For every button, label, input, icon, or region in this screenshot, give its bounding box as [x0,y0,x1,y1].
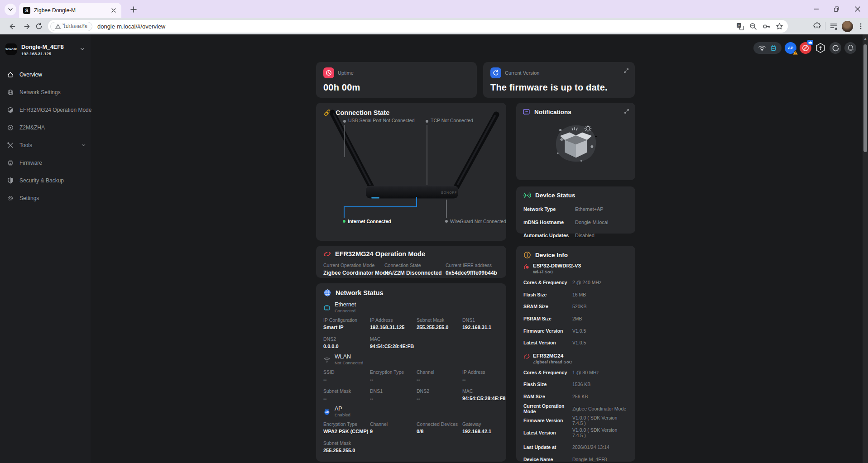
profile-avatar[interactable] [842,21,853,32]
net-field: Subnet Mask255.255.255.0 [417,317,462,330]
connection-state-card: Connection State SONOFF [316,103,506,241]
sidebar-item-z2m-zha[interactable]: Z2M&ZHA [0,119,91,136]
notifications-expand-button[interactable] [623,108,630,115]
sidebar-item-security-backup[interactable]: Security & Backup [0,172,91,189]
info-row: Latest VersionV1.0.0 ( SDK Version 7.4.5… [523,427,628,439]
security-chip[interactable]: ไม่ปลอดภัย [50,22,92,31]
device-selector[interactable]: SONOFF Dongle-M_4EF8 192.168.31.125 [5,43,87,63]
window-close-button[interactable] [851,4,864,14]
internet-status-label: Internet Connected [348,219,391,224]
restore-icon [834,6,839,12]
router-mini-badge [807,40,813,45]
info-row: Cores & Frequency2 @ 240 MHz [523,277,628,289]
connectivity-status-pill[interactable] [753,42,782,54]
row-label: Automatic Updates [523,233,575,238]
browser-menu-kebab-icon[interactable] [857,23,864,30]
access-point-icon: AP [323,408,331,415]
net-field: IP Address192.168.31.125 [370,317,417,330]
zoom-out-icon[interactable] [749,23,757,30]
sidebar-item-label: Overview [19,72,42,78]
chip-name: EFR32MG24 [533,353,572,358]
forward-button[interactable] [20,21,31,32]
info-row: Firmware VersionV1.0.0 ( SDK Version 7.4… [523,415,628,427]
prohibition-icon [802,44,809,52]
version-refresh-icon [490,67,501,78]
ap-status: Enabled [335,412,350,417]
info-row: Cores & Frequency1 @ 80 MHz [523,367,628,379]
field-label: Current IEEE address [446,263,499,268]
gear-icon [7,195,14,202]
internet-connector-line [344,197,417,218]
bookmark-star-icon[interactable] [776,23,783,30]
sidebar-item-overview[interactable]: Overview [0,66,91,83]
mode-half-circle-icon [7,106,14,114]
net-field: Encryption Type-- [370,369,417,382]
version-value: The firmware is up to date. [490,82,628,93]
info-row: Flash Size16 MB [523,289,628,301]
address-bar[interactable]: ไม่ปลอดภัย dongle-m.local/#/overview A [48,20,788,33]
chip-type: Zigbee/Thread SoC [533,359,572,364]
password-key-icon[interactable] [762,23,770,30]
blocked-service-badge[interactable] [800,42,811,54]
window-restore-button[interactable] [830,4,843,14]
info-row: RAM Size256 KB [523,391,628,403]
row-value: Ethernet+AP [575,206,604,212]
info-row: Last Update at2026/01/24 13:14 [523,441,628,453]
uptime-label: Uptime [338,70,354,76]
app-topbar: AP [753,42,856,54]
extensions-puzzle-icon[interactable] [813,22,821,30]
net-field: DNS2-- [417,388,462,401]
notifications-bell-button[interactable] [844,42,856,54]
target-icon [7,124,14,131]
expand-icon [623,108,630,115]
row-label: mDNS Hostname [523,220,575,225]
dongle-device-icon [770,44,777,52]
version-label: Current Version [505,70,539,76]
tools-icon [7,142,14,149]
scrollbar-thumb[interactable] [863,44,867,152]
notifications-card: Notifications [516,103,635,180]
browser-tab[interactable]: S Zigbee Dongle-M [19,3,121,18]
soc-chip-icon [523,263,530,270]
tab-search-button[interactable] [5,4,16,15]
loading-arc-icon [832,45,839,52]
net-field: DNS20.0.0.0 [323,336,370,349]
wlan-section-header: WLAN Not Connected [323,354,499,365]
sidebar-item-label: Security & Backup [19,177,64,184]
zigbee-chip-icon [323,251,331,257]
sidebar-item-settings[interactable]: Settings [0,189,91,207]
info-row: Flash Size1536 KB [523,378,628,391]
page-scrollbar[interactable]: ▲ [863,34,868,463]
ap-mode-badge[interactable]: AP [785,42,796,54]
row-value: Dongle-M.local [575,220,608,225]
home-icon [7,71,14,78]
sidebar-item-firmware[interactable]: Firmware [0,154,91,172]
empty-box-illustration [547,119,605,168]
chip-icon [7,159,14,167]
globe-gear-icon [7,89,14,96]
network-status-title: Network Status [336,289,384,296]
reading-list-icon[interactable] [830,22,838,30]
update-spinner-button[interactable] [830,42,841,54]
window-minimize-button[interactable] [810,4,823,14]
sidebar-item-tools[interactable]: Tools [0,136,91,154]
tab-close-icon[interactable] [110,7,117,14]
back-button[interactable] [7,21,18,32]
version-expand-button[interactable] [623,67,629,74]
translate-icon[interactable]: A [736,23,744,30]
zigbee-network-button[interactable] [815,42,826,54]
uptime-clock-icon [323,67,334,78]
reload-button[interactable] [34,21,44,32]
operation-mode-title: EFR32MG24 Operation Mode [335,250,425,258]
chevron-down-icon[interactable] [80,46,85,52]
router-led [371,197,379,199]
ethernet-section-header: Ethernet Connected [323,302,499,313]
info-row: Current Operation ModeZigbee Coordinator… [523,402,628,415]
scrollbar-up-arrow[interactable]: ▲ [863,35,868,42]
new-tab-button[interactable] [128,4,139,15]
sidebar-item-efr32mg24-operation-mode[interactable]: EFR32MG24 Operation Mode [0,101,91,119]
net-field: Subnet Mask-- [323,388,370,401]
sidebar-item-network-settings[interactable]: Network Settings [0,83,91,101]
sidebar-device-ip: 192.168.31.125 [21,51,51,56]
uptime-value: 00h 00m [323,82,470,93]
